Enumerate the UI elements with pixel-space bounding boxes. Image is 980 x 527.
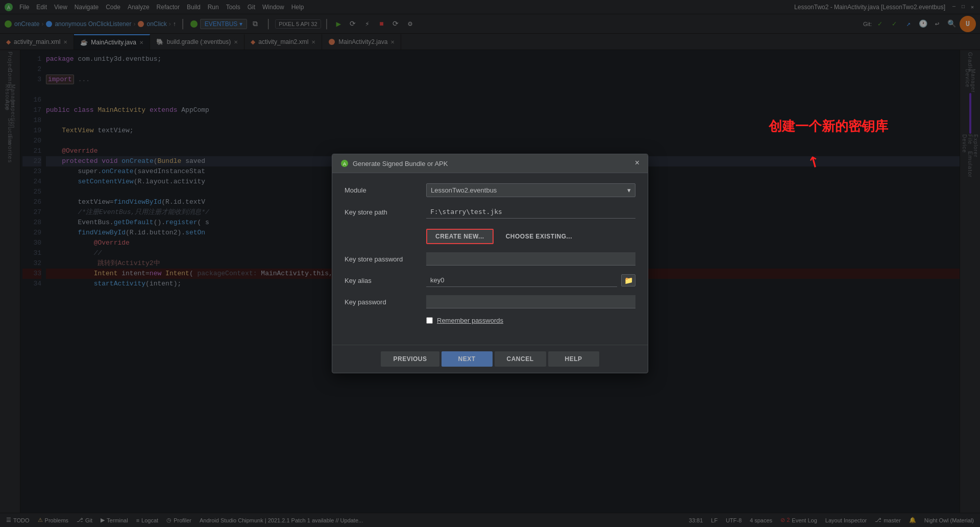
keystore-action-buttons: CREATE NEW... CHOOSE EXISTING... xyxy=(426,229,635,244)
remember-passwords-row: Remember passwords xyxy=(345,317,635,324)
remember-passwords-label: Remember passwords xyxy=(437,317,503,324)
remember-passwords-checkbox[interactable] xyxy=(426,317,433,324)
keystore-path-row: Key store path F:\starry\test.jks xyxy=(345,205,635,219)
keystore-password-label: Key store password xyxy=(345,255,426,263)
dialog-title-bar: A Generate Signed Bundle or APK × xyxy=(332,154,648,173)
key-password-row: Key password xyxy=(345,295,635,308)
android-dialog-icon: A xyxy=(340,159,349,167)
previous-button[interactable]: PREVIOUS xyxy=(381,351,439,367)
dialog-title-text: A Generate Signed Bundle or APK xyxy=(340,159,448,167)
keystore-password-control xyxy=(426,252,635,266)
generate-signed-dialog: A Generate Signed Bundle or APK × Module… xyxy=(332,154,648,373)
keystore-password-input[interactable] xyxy=(426,252,635,266)
key-alias-browse-button[interactable]: 📁 xyxy=(621,274,635,286)
module-value: LessonTwo2.eventbus xyxy=(431,186,497,194)
dialog-footer: PREVIOUS NEXT CANCEL HELP xyxy=(332,345,648,373)
keystore-buttons-control: CREATE NEW... CHOOSE EXISTING... xyxy=(426,227,635,244)
module-row: Module LessonTwo2.eventbus ▾ xyxy=(345,183,635,197)
dialog-body: Module LessonTwo2.eventbus ▾ Key store p… xyxy=(332,173,648,345)
module-select[interactable]: LessonTwo2.eventbus ▾ xyxy=(426,183,635,197)
key-alias-input[interactable] xyxy=(426,274,617,287)
keystore-path-control: F:\starry\test.jks xyxy=(426,205,635,219)
module-label: Module xyxy=(345,186,426,194)
svg-text:A: A xyxy=(343,161,346,166)
key-password-label: Key password xyxy=(345,298,426,306)
keystore-password-row: Key store password xyxy=(345,252,635,266)
dialog-close-button[interactable]: × xyxy=(634,159,640,167)
key-password-control xyxy=(426,295,635,308)
choose-existing-button[interactable]: CHOOSE EXISTING... xyxy=(498,229,580,244)
key-alias-row: Key alias 📁 xyxy=(345,274,635,287)
key-password-input[interactable] xyxy=(426,295,635,308)
keystore-path-value: F:\starry\test.jks xyxy=(426,205,635,219)
cancel-button[interactable]: CANCEL xyxy=(495,351,546,367)
module-dropdown-icon: ▾ xyxy=(627,186,631,194)
dialog-overlay: A Generate Signed Bundle or APK × Module… xyxy=(0,0,980,527)
help-button[interactable]: HELP xyxy=(548,351,599,367)
create-new-button[interactable]: CREATE NEW... xyxy=(426,229,494,244)
keystore-path-label: Key store path xyxy=(345,208,426,216)
key-alias-control: 📁 xyxy=(426,274,635,287)
module-control: LessonTwo2.eventbus ▾ xyxy=(426,183,635,197)
key-alias-label: Key alias xyxy=(345,277,426,284)
next-button[interactable]: NEXT xyxy=(442,351,493,367)
keystore-buttons-row: CREATE NEW... CHOOSE EXISTING... xyxy=(345,227,635,244)
